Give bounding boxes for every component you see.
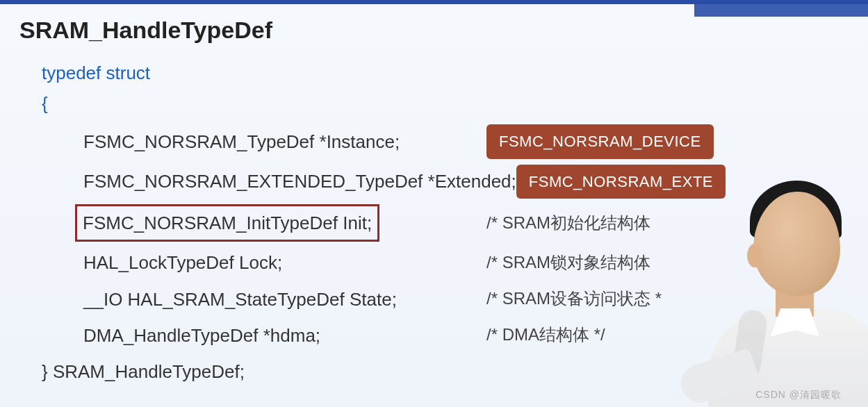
- top-right-decoration: [694, 0, 868, 17]
- struct-member-row: HAL_LockTypeDef Lock; /* SRAM锁对象结构体: [42, 247, 840, 278]
- closing-line: } SRAM_HandleTypeDef;: [42, 356, 840, 387]
- struct-member-row: FSMC_NORSRAM_TypeDef *Instance; FSMC_NOR…: [42, 124, 840, 158]
- struct-member-row: __IO HAL_SRAM_StateTypeDef State; /* SRA…: [42, 284, 840, 315]
- value-badge: FSMC_NORSRAM_DEVICE: [486, 124, 714, 158]
- value-badge: FSMC_NORSRAM_EXTE: [516, 165, 726, 199]
- struct-member-row: FSMC_NORSRAM_EXTENDED_TypeDef *Extended;…: [42, 165, 840, 199]
- member-declaration: __IO HAL_SRAM_StateTypeDef State;: [42, 284, 486, 315]
- open-brace: {: [42, 88, 840, 119]
- close-brace-typedef: } SRAM_HandleTypeDef;: [42, 361, 245, 382]
- member-comment: /* SRAM锁对象结构体: [486, 249, 650, 277]
- member-declaration: FSMC_NORSRAM_EXTENDED_TypeDef *Extended;: [42, 166, 516, 197]
- member-comment: /* DMA结构体 */: [486, 321, 605, 349]
- highlight-box: FSMC_NORSRAM_InitTypeDef Init;: [75, 204, 379, 242]
- keyword-typedef-struct: typedef struct: [42, 58, 840, 88]
- struct-member-row: DMA_HandleTypeDef *hdma; /* DMA结构体 */: [42, 320, 840, 351]
- code-block: typedef struct { FSMC_NORSRAM_TypeDef *I…: [0, 51, 868, 387]
- member-declaration: HAL_LockTypeDef Lock;: [42, 247, 486, 278]
- member-declaration: DMA_HandleTypeDef *hdma;: [42, 320, 486, 351]
- member-comment: /* SRAM初始化结构体: [486, 209, 650, 238]
- member-declaration: FSMC_NORSRAM_TypeDef *Instance;: [42, 126, 486, 157]
- watermark-text: CSDN @清园暖歌: [755, 389, 842, 401]
- member-declaration: FSMC_NORSRAM_InitTypeDef Init;: [42, 204, 486, 242]
- struct-member-row: FSMC_NORSRAM_InitTypeDef Init; /* SRAM初始…: [42, 204, 840, 242]
- member-comment: /* SRAM设备访问状态 *: [486, 285, 662, 313]
